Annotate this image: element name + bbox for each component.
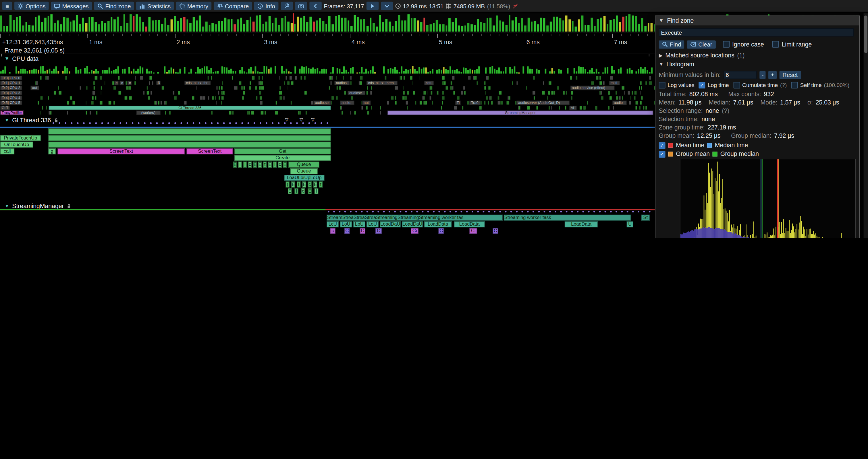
message-dot[interactable] [367,211,368,212]
cpu-zone-chip[interactable]: audio. [340,101,354,105]
message-dot[interactable] [627,211,628,212]
message-dot[interactable] [217,122,219,124]
min-bin-input[interactable] [723,71,757,79]
zone-bar[interactable]: g [48,149,56,155]
zone-bar[interactable]: Create [234,155,331,161]
message-dot[interactable] [532,211,534,212]
cpu-zone-chip[interactable]: audios [334,81,350,85]
scrollbar-thumb[interactable] [864,15,868,53]
zone-bar[interactable]: E [308,188,312,194]
message-dot[interactable] [308,122,310,124]
message-dot[interactable] [405,211,407,212]
zone-bar[interactable]: c [301,188,305,194]
message-dot[interactable] [538,211,540,212]
help-icon[interactable]: (?) [780,81,787,89]
message-dot[interactable] [162,122,164,124]
zone-bar[interactable]: E [283,162,287,168]
cpu-zone-chip[interactable]: Ti [455,101,460,105]
zone-marker-icon[interactable]: ▽ [311,118,314,122]
message-dot[interactable] [272,122,273,124]
message-dot[interactable] [610,211,612,212]
message-dot[interactable] [400,211,402,212]
cpu-zone-chip[interactable]: Ai [569,106,577,110]
screenshot-button[interactable] [295,2,307,10]
message-dot[interactable] [89,122,91,124]
message-dot[interactable] [95,122,97,124]
zone-bar[interactable]: E [258,162,262,168]
message-dot[interactable] [638,211,639,212]
message-dot[interactable] [101,122,103,124]
zone-bar[interactable]: C [375,228,382,234]
message-dot[interactable] [205,122,207,124]
collapse-icon[interactable]: ▼ [659,18,663,23]
message-dot[interactable] [254,122,255,124]
message-dot[interactable] [621,211,623,212]
cpu-zone-chip[interactable]: audio [612,101,627,105]
min-bin-decrement-button[interactable]: - [760,71,766,79]
zone-bar[interactable]: ScreenText [57,149,185,155]
message-dot[interactable] [320,122,322,124]
message-dot[interactable] [616,211,617,212]
zone-marker-icon[interactable]: ▽ [300,118,303,122]
zone-bar[interactable]: c [278,162,282,168]
message-dot[interactable] [199,122,200,124]
info-button[interactable]: Info [254,2,278,10]
zone-bar[interactable]: LoadData [424,221,452,227]
streamingmanager-header[interactable]: ▼ StreamingManager [4,202,71,209]
message-dot[interactable] [389,211,390,212]
message-dot[interactable] [433,211,435,212]
zone-bar[interactable]: t [263,162,267,168]
zone-marker-icon[interactable]: ▽ [285,118,289,122]
message-dot[interactable] [53,122,54,124]
zone-bar[interactable]: OnTouchUp [0,141,33,147]
zone-bar[interactable]: LoaULoiUpLoUp [284,175,324,181]
menu-button[interactable]: ≡ [2,2,12,10]
min-bin-increment-button[interactable]: + [769,71,776,79]
ignore-case-checkbox[interactable] [723,41,729,47]
options-button[interactable]: Options [14,2,49,10]
message-dot[interactable] [350,211,351,212]
statistics-button[interactable]: Statistics [136,2,174,10]
thread-zone-bar[interactable]: StreamingManager [388,110,653,115]
zone-bar[interactable]: LoadDaU [380,221,401,227]
zone-bar[interactable]: l [294,188,298,194]
cpu-zone-chip[interactable]: audiose [347,91,365,95]
message-dot[interactable] [229,122,231,124]
find-zone-button[interactable]: Find zone [94,2,134,10]
zone-bar[interactable]: U [627,221,633,227]
zone-bar[interactable]: Ci [411,228,418,234]
message-dot[interactable] [416,211,418,212]
message-dot[interactable] [248,122,249,124]
thread-zone-bar[interactable]: GLThread 336 [49,106,331,110]
message-dot[interactable] [144,122,146,124]
zone-bar[interactable]: C [344,228,350,234]
cpu-zone-chip[interactable]: audioserver (AudioOut_D) [517,101,569,105]
thread-zone-bar[interactable]: (worker/) [136,110,161,115]
message-dot[interactable] [65,122,66,124]
cpu-zone-chip[interactable]: Tra0 [469,101,480,105]
zone-bar[interactable]: St [641,215,650,221]
memory-button[interactable]: Memory [176,2,212,10]
cpu-zone-chip[interactable]: cds [424,81,434,85]
message-dot[interactable] [560,211,562,212]
tools-button[interactable] [281,2,293,10]
reset-button[interactable]: Reset [779,71,801,79]
clear-find-button[interactable]: Clear [687,40,715,48]
zone-bar[interactable]: ScreenText [187,149,233,155]
zone-bar[interactable]: E [253,162,257,168]
zone-bar[interactable]: ( [285,182,289,188]
message-dot[interactable] [333,211,335,212]
find-button[interactable]: Find [659,40,684,48]
message-dot[interactable] [156,122,158,124]
message-dot[interactable] [77,122,79,124]
zone-bar[interactable]: E [313,182,317,188]
message-dot[interactable] [593,211,595,212]
zone-bar[interactable] [48,135,331,141]
limit-range-checkbox[interactable] [772,41,779,47]
draw-checkbox[interactable] [659,151,665,157]
message-dot[interactable] [290,122,292,124]
expand-icon[interactable]: ▶ [659,52,662,60]
message-dot[interactable] [450,211,451,212]
message-dot[interactable] [260,122,261,124]
cpu-zone-chip[interactable]: cds_ol_rx_thr [184,81,211,85]
